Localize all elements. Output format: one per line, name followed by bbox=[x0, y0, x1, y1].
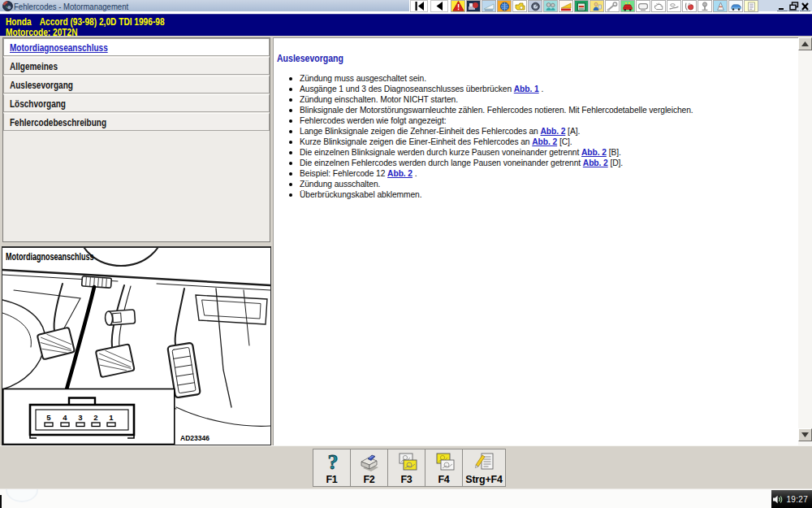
nav-back-icon[interactable] bbox=[430, 0, 448, 12]
figure-panel: 5 4 3 2 1 AD23346 Motordiagnoseanschluss bbox=[2, 246, 271, 445]
fkey-f2-button[interactable]: F2 bbox=[351, 449, 388, 486]
figure-reference-link[interactable]: Abb. 2 bbox=[540, 126, 565, 136]
function-key-bar: ?F1F2F3F4Strg+F4 bbox=[313, 449, 506, 487]
pin-label-3: 3 bbox=[78, 413, 82, 422]
title-bar[interactable]: Fehlercodes - Motormanagement bbox=[0, 0, 409, 11]
bullet-dot bbox=[289, 151, 292, 154]
sidebar-item-label: Löschvorgang bbox=[10, 98, 66, 110]
scroll-down-button[interactable] bbox=[798, 428, 812, 441]
figure-reference-link[interactable]: Abb. 2 bbox=[532, 137, 557, 146]
garage-icon[interactable] bbox=[574, 0, 589, 12]
car-service-icon[interactable] bbox=[620, 0, 635, 12]
sidebar-item[interactable]: Allgemeines bbox=[3, 57, 270, 75]
content-heading: Auslesevorgang bbox=[277, 52, 343, 64]
instruction-item: Die einzelnen Fehlercodes werden durch l… bbox=[278, 158, 789, 168]
instruction-text: Blinksignale der Motorstörungswarnleucht… bbox=[300, 105, 693, 115]
instruction-item: Fehlercodes werden wie folgt angezeigt: bbox=[278, 115, 789, 126]
figure-window-alt-icon bbox=[433, 451, 456, 474]
svg-text:?: ? bbox=[327, 452, 338, 474]
instruction-item: Die einzelnen Blinksignale werden durch … bbox=[278, 147, 789, 158]
help-icon: ? bbox=[322, 451, 342, 474]
nav-first-icon[interactable] bbox=[410, 0, 428, 12]
screen-icon[interactable] bbox=[636, 0, 650, 12]
sidebar-item-label: Motordiagnoseanschluss bbox=[10, 41, 108, 54]
instruction-text: Die einzelnen Blinksignale werden durch … bbox=[300, 147, 621, 158]
fkey-label: F1 bbox=[326, 474, 337, 486]
figure-reference-link[interactable]: Abb. 1 bbox=[514, 84, 539, 93]
engine-sketch-icon[interactable] bbox=[651, 0, 666, 12]
bullet-dot bbox=[289, 77, 292, 80]
instruction-item: Ausgänge 1 und 3 des Diagnoseanschlusses… bbox=[278, 84, 789, 94]
figure-title: Motordiagnoseanschluss bbox=[6, 251, 94, 263]
sidebar-item[interactable]: Löschvorgang bbox=[3, 94, 270, 112]
pin-label-4: 4 bbox=[63, 413, 67, 422]
gear-knob-icon[interactable] bbox=[698, 0, 712, 12]
bullet-dot bbox=[289, 193, 292, 197]
instruction-text: Zündung ausschalten. bbox=[300, 179, 380, 189]
bullet-dot bbox=[289, 109, 292, 112]
brake-test-icon[interactable] bbox=[466, 0, 481, 12]
ramp-red-icon[interactable] bbox=[559, 0, 573, 12]
content-area: Auslesevorgang Zündung muss ausgeschalte… bbox=[273, 37, 798, 445]
content-scrollbar[interactable] bbox=[798, 37, 812, 445]
toolbar bbox=[410, 0, 759, 14]
pin-label-1: 1 bbox=[109, 413, 114, 422]
vehicle-header: HondaAccord (93-98) 2,0D TDI 1996-98 Mot… bbox=[0, 14, 812, 36]
fkey-strg-f4-button[interactable]: Strg+F4 bbox=[463, 449, 505, 486]
figure-reference-link[interactable]: Abb. 2 bbox=[583, 158, 608, 167]
fkey-f3-button[interactable]: F3 bbox=[388, 449, 425, 486]
close-button[interactable] bbox=[800, 1, 810, 11]
sidebar-item[interactable]: Auslesevorgang bbox=[3, 76, 270, 93]
instruction-text: Beispiel: Fehlercode 12 Abb. 2 . bbox=[300, 168, 417, 179]
figure-reference-link[interactable]: Abb. 2 bbox=[581, 147, 607, 157]
instruction-item: Zündung einschalten. Motor NICHT starten… bbox=[278, 94, 789, 105]
system-tray[interactable]: 19:27 bbox=[771, 490, 812, 508]
edit-document-icon bbox=[473, 451, 495, 474]
bullet-dot bbox=[289, 162, 292, 165]
technician-icon[interactable] bbox=[590, 0, 604, 12]
app-globe-icon bbox=[2, 1, 13, 11]
sidebar-item-label: Allgemeines bbox=[10, 60, 58, 72]
instruction-item: Überbrückungskabel abklemmen. bbox=[278, 189, 789, 200]
wheel-gauge-icon[interactable] bbox=[528, 0, 542, 12]
notes-icon[interactable] bbox=[744, 0, 758, 12]
fkey-label: Strg+F4 bbox=[465, 474, 503, 486]
clock: 19:27 bbox=[786, 495, 808, 504]
sidebar-item[interactable]: Motordiagnoseanschluss bbox=[3, 38, 270, 56]
fkey-f4-button[interactable]: F4 bbox=[425, 449, 463, 486]
engine-part-icon[interactable] bbox=[512, 0, 527, 12]
cone-icon[interactable] bbox=[713, 0, 728, 12]
warning-icon[interactable] bbox=[451, 0, 465, 12]
fkey-f1-button[interactable]: ?F1 bbox=[313, 449, 351, 486]
instruction-text: Zündung muss ausgeschaltet sein. bbox=[300, 73, 426, 84]
instruction-item: Lange Blinksignale zeigen die Zehner-Ein… bbox=[278, 126, 789, 137]
sidebar-item[interactable]: Fehlercodebeschreibung bbox=[3, 113, 270, 131]
sidebar-item-label: Auslesevorgang bbox=[10, 79, 73, 91]
speaker-icon[interactable] bbox=[772, 493, 783, 507]
bullet-dot bbox=[289, 119, 292, 123]
restore-button[interactable] bbox=[788, 1, 799, 11]
fkey-label: F4 bbox=[438, 474, 449, 486]
lift-ramp-icon[interactable] bbox=[482, 0, 496, 12]
airbag-icon[interactable] bbox=[682, 0, 697, 12]
start-orb-ghost-icon[interactable] bbox=[6, 488, 38, 502]
instruction-item: Zündung ausschalten. bbox=[278, 179, 789, 189]
screen-edge-artifact bbox=[0, 495, 2, 508]
figure-reference-link[interactable]: Abb. 2 bbox=[387, 168, 412, 178]
customers-icon[interactable] bbox=[543, 0, 558, 12]
pin-label-2: 2 bbox=[93, 413, 97, 422]
instruction-text: Fehlercodes werden wie folgt angezeigt: bbox=[300, 115, 446, 126]
fkey-label: F3 bbox=[400, 474, 412, 486]
globe-clock-icon[interactable] bbox=[497, 0, 512, 12]
bullet-dot bbox=[289, 183, 292, 186]
minimize-button[interactable] bbox=[777, 1, 788, 11]
application-window: Fehlercodes - Motormanagement HondaAcco bbox=[0, 0, 812, 508]
spanner-icon[interactable] bbox=[605, 0, 620, 12]
scroll-up-button[interactable] bbox=[798, 37, 812, 50]
instruction-item: Beispiel: Fehlercode 12 Abb. 2 . bbox=[278, 168, 789, 179]
pedal-assembly-drawing: 5 4 3 2 1 AD23346 bbox=[2, 248, 270, 445]
car-blue-icon[interactable] bbox=[728, 0, 743, 12]
exhaust-sketch-icon[interactable] bbox=[667, 0, 681, 12]
instruction-item: Zündung muss ausgeschaltet sein. bbox=[278, 73, 789, 84]
figure-window-icon bbox=[395, 451, 418, 474]
